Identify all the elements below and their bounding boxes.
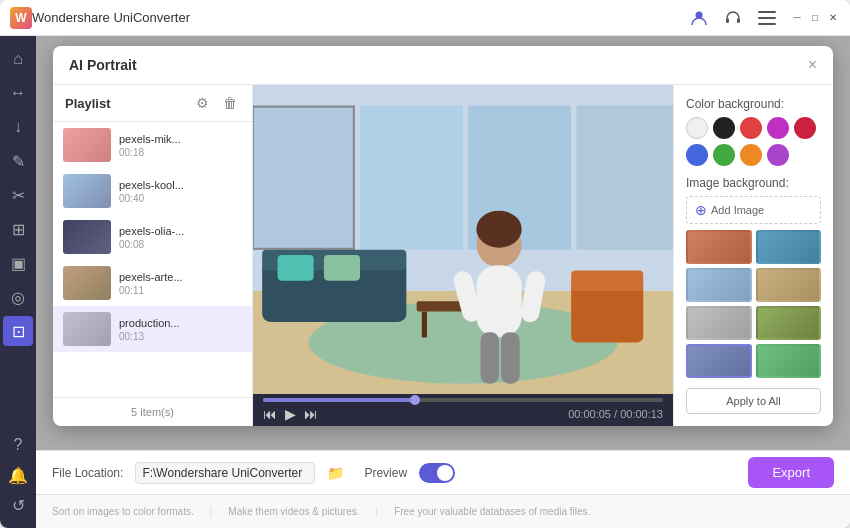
time-display: 00:00:05 / 00:00:13 xyxy=(568,408,663,420)
sidebar-item-help[interactable]: ? xyxy=(3,430,33,460)
playlist-thumb xyxy=(63,312,111,346)
playlist-item[interactable]: pexels-olia-... 00:08 xyxy=(53,214,252,260)
sidebar-item-cut[interactable]: ✂ xyxy=(3,180,33,210)
image-thumb[interactable] xyxy=(756,306,822,340)
playlist-delete-button[interactable]: 🗑 xyxy=(220,93,240,113)
sidebar-item-tv[interactable]: ▣ xyxy=(3,248,33,278)
preview-toggle[interactable] xyxy=(419,463,455,483)
sidebar-item-ai[interactable]: ⊡ xyxy=(3,316,33,346)
title-bar-icons xyxy=(686,5,780,31)
add-image-plus-icon: ⊕ xyxy=(695,202,707,218)
image-thumb[interactable] xyxy=(686,230,752,264)
svg-rect-28 xyxy=(481,332,500,384)
sidebar-item-bell[interactable]: 🔔 xyxy=(3,460,33,490)
file-location-input[interactable] xyxy=(135,462,315,484)
skip-forward-button[interactable]: ⏭ xyxy=(304,406,318,422)
current-time: 00:00:05 xyxy=(568,408,611,420)
add-image-button[interactable]: ⊕ Add Image xyxy=(686,196,821,224)
playlist-item-duration: 00:18 xyxy=(119,147,242,158)
svg-rect-20 xyxy=(324,255,360,281)
sidebar-item-edit[interactable]: ✎ xyxy=(3,146,33,176)
color-swatch-green[interactable] xyxy=(713,144,735,166)
skip-back-button[interactable]: ⏮ xyxy=(263,406,277,422)
footer-item-3: Free your valuable databases of media fi… xyxy=(394,506,590,517)
maximize-button[interactable]: □ xyxy=(808,11,822,25)
minimize-button[interactable]: ─ xyxy=(790,11,804,25)
svg-rect-27 xyxy=(476,265,521,337)
sidebar-bottom: ? 🔔 ↺ xyxy=(3,430,33,520)
color-swatch-darkred[interactable] xyxy=(794,117,816,139)
close-button[interactable]: ✕ xyxy=(826,11,840,25)
playlist-item-duration: 00:40 xyxy=(119,193,242,204)
sidebar-item-home[interactable]: ⌂ xyxy=(3,44,33,74)
footer-item-2: Make them videos & pictures. xyxy=(228,506,359,517)
export-button[interactable]: Export xyxy=(748,457,834,488)
image-thumb[interactable] xyxy=(686,344,752,378)
dialog-close-button[interactable]: × xyxy=(808,56,817,74)
toggle-knob xyxy=(437,465,453,481)
image-thumb[interactable] xyxy=(756,344,822,378)
sidebar-item-convert[interactable]: ↔ xyxy=(3,78,33,108)
video-controls: ⏮ ▶ ⏭ 00:00:05 / 00:00:13 xyxy=(253,394,673,426)
image-bg-section: Image background: ⊕ Add Image xyxy=(686,176,821,378)
play-button[interactable]: ▶ xyxy=(285,406,296,422)
image-thumb[interactable] xyxy=(756,230,822,264)
color-swatch-orange[interactable] xyxy=(740,144,762,166)
playlist-item-info: pexels-mik... 00:18 xyxy=(119,133,242,158)
playlist-item[interactable]: pexels-arte... 00:11 xyxy=(53,260,252,306)
playlist-panel: Playlist ⚙ 🗑 xyxy=(53,85,253,426)
playlist-thumb xyxy=(63,174,111,208)
total-time: 00:00:13 xyxy=(620,408,663,420)
file-location-label: File Location: xyxy=(52,466,123,480)
sidebar-item-eye[interactable]: ◎ xyxy=(3,282,33,312)
sidebar-item-download[interactable]: ↓ xyxy=(3,112,33,142)
sidebar-item-merge[interactable]: ⊞ xyxy=(3,214,33,244)
image-thumb[interactable] xyxy=(686,268,752,302)
folder-icon[interactable]: 📁 xyxy=(327,465,344,481)
svg-rect-7 xyxy=(253,106,355,250)
headset-icon[interactable] xyxy=(720,5,746,31)
color-swatch-red[interactable] xyxy=(740,117,762,139)
ai-portrait-dialog: AI Portrait × Playlist ⚙ 🗑 xyxy=(53,46,833,426)
playlist-item-name: production... xyxy=(119,317,242,329)
app-logo: W xyxy=(10,7,32,29)
image-thumb[interactable] xyxy=(686,306,752,340)
progress-bar[interactable] xyxy=(263,398,663,402)
playlist-header: Playlist ⚙ 🗑 xyxy=(53,85,252,122)
color-swatch-blue[interactable] xyxy=(686,144,708,166)
svg-rect-5 xyxy=(758,23,776,25)
dialog-title: AI Portrait xyxy=(69,57,808,73)
color-swatch-black[interactable] xyxy=(713,117,735,139)
main-layout: ⌂ ↔ ↓ ✎ ✂ ⊞ ▣ ◎ ⊡ ? 🔔 ↺ AI Portrait xyxy=(0,36,850,528)
sidebar-item-refresh[interactable]: ↺ xyxy=(3,490,33,520)
video-container xyxy=(253,85,673,394)
playlist-item[interactable]: production... 00:13 xyxy=(53,306,252,352)
color-swatch-purple[interactable] xyxy=(767,117,789,139)
playlist-thumb xyxy=(63,128,111,162)
svg-rect-2 xyxy=(737,18,740,23)
svg-rect-11 xyxy=(253,106,355,108)
playlist-item-info: pexels-kool... 00:40 xyxy=(119,179,242,204)
color-swatch-violet[interactable] xyxy=(767,144,789,166)
color-swatch-lightgray[interactable] xyxy=(686,117,708,139)
playlist-item-name: pexels-kool... xyxy=(119,179,242,191)
user-icon[interactable] xyxy=(686,5,712,31)
playlist-item[interactable]: pexels-mik... 00:18 xyxy=(53,122,252,168)
menu-icon[interactable] xyxy=(754,5,780,31)
color-grid xyxy=(686,117,821,166)
svg-rect-25 xyxy=(571,270,643,291)
playlist-item-info: production... 00:13 xyxy=(119,317,242,342)
app-window: W Wondershare UniConverter ─ □ ✕ ⌂ ↔ ↓ ✎ xyxy=(0,0,850,528)
playlist-settings-button[interactable]: ⚙ xyxy=(192,93,212,113)
progress-thumb xyxy=(410,395,420,405)
playlist-item[interactable]: pexels-kool... 00:40 xyxy=(53,168,252,214)
dialog-body: Playlist ⚙ 🗑 xyxy=(53,85,833,426)
apply-to-all-button[interactable]: Apply to All xyxy=(686,388,821,414)
image-thumb[interactable] xyxy=(756,268,822,302)
playlist-thumb xyxy=(63,266,111,300)
svg-rect-10 xyxy=(576,106,673,250)
window-controls: ─ □ ✕ xyxy=(790,11,840,25)
playlist-thumb xyxy=(63,220,111,254)
svg-rect-13 xyxy=(353,106,355,250)
app-title: Wondershare UniConverter xyxy=(32,10,686,25)
